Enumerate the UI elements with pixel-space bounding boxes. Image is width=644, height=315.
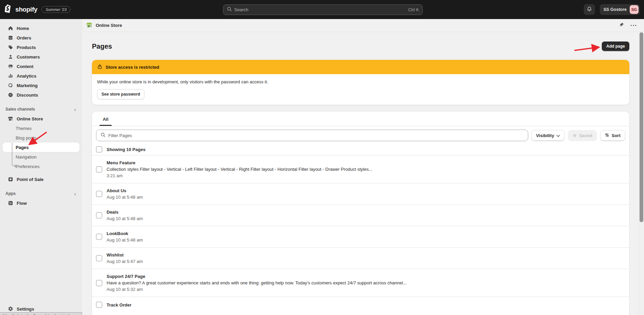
row-timestamp: Aug 10 at 5:32 am: [107, 287, 407, 292]
home-icon: [7, 26, 13, 31]
pages-count: Showing 10 Pages: [107, 147, 145, 152]
pos-icon: [7, 177, 13, 182]
list-header-row: Showing 10 Pages: [92, 145, 629, 155]
breadcrumb[interactable]: Online Store: [86, 22, 122, 29]
sort-button[interactable]: Sort: [600, 130, 625, 141]
sidebar-item-home[interactable]: Home: [3, 23, 79, 33]
page-title: Pages: [92, 43, 112, 50]
more-options-button[interactable]: ···: [630, 24, 637, 27]
see-store-password-button[interactable]: See store password: [97, 89, 144, 99]
lock-icon: [97, 64, 103, 70]
visibility-filter-button[interactable]: Visibility: [531, 130, 565, 141]
select-all-checkbox[interactable]: [96, 146, 102, 152]
global-search-input[interactable]: Search Ctrl K: [223, 4, 423, 15]
row-timestamp: Aug 10 at 5:48 am: [107, 195, 143, 200]
tab-all[interactable]: All: [96, 115, 115, 126]
search-shortcut: Ctrl K: [408, 7, 419, 12]
saved-button[interactable]: ★ Saved: [568, 130, 597, 141]
chevron-right-icon: ›: [74, 191, 76, 197]
pages-card: All Filter Pages Visibility ★ Saved: [92, 112, 629, 315]
notifications-button[interactable]: [584, 4, 595, 15]
table-row[interactable]: Menu Feature Collection styles Filter la…: [92, 155, 629, 183]
sidebar-item-analytics[interactable]: Analytics: [3, 71, 79, 81]
row-checkbox[interactable]: [96, 166, 102, 172]
row-description: Collection styles Filter layout - Vertic…: [107, 167, 372, 172]
row-title: About Us: [107, 188, 143, 193]
chevron-down-icon: [556, 133, 560, 138]
row-timestamp: 3:21 am: [107, 173, 372, 178]
chevron-right-icon: ›: [74, 106, 76, 112]
status-bar-url: https://admin.shopify.com/store/gostore/…: [0, 312, 82, 315]
row-checkbox[interactable]: [96, 191, 102, 197]
shopify-bag-icon: [5, 4, 13, 15]
discount-icon: [7, 92, 13, 98]
context-bar: Online Store ···: [82, 19, 644, 32]
table-row[interactable]: LookBook Aug 10 at 5:48 am: [92, 226, 629, 247]
table-row[interactable]: Support 24/7 Page Have a question? A gre…: [92, 269, 629, 297]
search-icon: [227, 6, 232, 13]
pin-icon[interactable]: [619, 22, 624, 29]
topbar: shopify Summer '23 Search Ctrl K SS Gost…: [0, 0, 644, 19]
sidebar-item-products[interactable]: Products: [3, 43, 79, 52]
sidebar-item-blog-posts[interactable]: Blog posts: [3, 133, 79, 143]
row-title: LookBook: [107, 231, 143, 236]
bell-icon: [586, 6, 592, 13]
row-description: Have a question? A great customer experi…: [107, 280, 407, 285]
row-checkbox[interactable]: [96, 302, 102, 308]
scrollbar-thumb[interactable]: [640, 32, 643, 222]
banner-message: While your online store is in developmen…: [97, 79, 624, 84]
store-access-banner: Store access is restricted While your on…: [92, 60, 629, 105]
row-timestamp: Aug 10 at 5:48 am: [107, 237, 143, 243]
shopify-wordmark: shopify: [15, 6, 37, 13]
search-icon: [100, 132, 106, 139]
shopify-logo[interactable]: shopify: [5, 4, 37, 15]
table-row[interactable]: Wishlist Aug 10 at 5:47 am: [92, 247, 629, 269]
avatar: SG: [630, 5, 639, 14]
row-checkbox[interactable]: [96, 255, 102, 261]
row-checkbox[interactable]: [96, 280, 102, 286]
sidebar-item-online-store[interactable]: Online Store: [3, 114, 79, 123]
tab-bar: All: [92, 112, 629, 126]
orders-icon: [7, 35, 13, 40]
storefront-icon: [7, 116, 13, 121]
star-icon: ★: [572, 133, 577, 138]
sidebar-item-themes[interactable]: Themes: [3, 123, 79, 133]
table-row[interactable]: Deals Aug 10 at 5:48 am: [92, 204, 629, 226]
online-store-icon: [86, 22, 93, 29]
row-title: Track Order: [107, 302, 131, 308]
tree-connector-icon: [12, 143, 17, 169]
sidebar-item-marketing[interactable]: Marketing: [3, 81, 79, 90]
row-title: Wishlist: [107, 252, 143, 258]
row-timestamp: Aug 10 at 5:48 am: [107, 216, 143, 221]
sort-icon: [605, 133, 609, 138]
sidebar-item-discounts[interactable]: Discounts: [3, 90, 79, 100]
row-checkbox[interactable]: [96, 212, 102, 218]
sidebar: Home Orders Products Customers Content A…: [0, 19, 82, 315]
tab-active-indicator: [99, 125, 112, 126]
row-title: Menu Feature: [107, 160, 372, 165]
scrollbar-track[interactable]: [639, 32, 644, 315]
table-row[interactable]: About Us Aug 10 at 5:48 am: [92, 183, 629, 204]
add-page-button[interactable]: Add page: [602, 42, 629, 51]
edition-badge: Summer '23: [42, 6, 71, 13]
sidebar-item-point-of-sale[interactable]: Point of Sale: [3, 175, 79, 184]
bar-chart-icon: [7, 73, 13, 79]
account-name: SS Gostore: [603, 7, 627, 12]
sidebar-section-sales-channels[interactable]: Sales channels ›: [0, 104, 82, 114]
sidebar-item-content[interactable]: Content: [3, 62, 79, 71]
row-title: Support 24/7 Page: [107, 274, 407, 279]
person-icon: [7, 54, 13, 60]
account-menu-button[interactable]: SS Gostore SG: [600, 4, 640, 15]
table-row[interactable]: Track Order: [92, 297, 629, 313]
sidebar-item-customers[interactable]: Customers: [3, 52, 79, 62]
marketing-icon: [7, 83, 13, 88]
row-checkbox[interactable]: [96, 234, 102, 240]
filter-pages-input[interactable]: Filter Pages: [96, 130, 528, 141]
sidebar-section-apps[interactable]: Apps ›: [0, 189, 82, 198]
sidebar-item-orders[interactable]: Orders: [3, 33, 79, 43]
banner-header: Store access is restricted: [92, 60, 629, 74]
flow-icon: [7, 200, 13, 206]
gear-icon: [7, 306, 13, 312]
sidebar-item-flow[interactable]: Flow: [3, 198, 79, 208]
filter-toolbar: Filter Pages Visibility ★ Saved Sort: [92, 126, 629, 145]
